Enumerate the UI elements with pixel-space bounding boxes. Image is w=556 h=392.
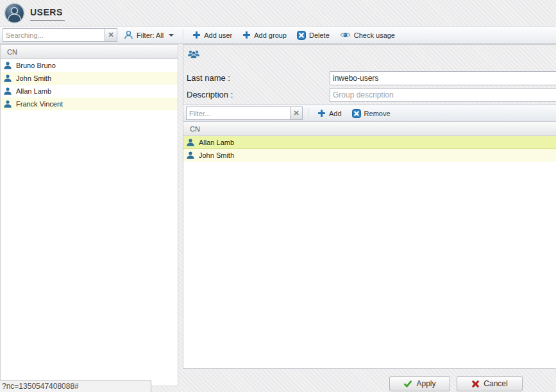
status-text: ?nc=1350547408088# [2, 382, 79, 391]
user-row-label: Bruno Bruno [16, 62, 56, 69]
person-icon [186, 138, 195, 147]
user-row-label: Allan Lamb [16, 87, 51, 95]
user-row-label: John Smith [16, 74, 51, 82]
check-usage-button[interactable]: Check usage [336, 30, 399, 41]
cancel-label: Cancel [484, 379, 507, 388]
users-sphere-icon [4, 3, 25, 24]
member-remove-label: Remove [364, 110, 391, 117]
page-title: USERS [30, 6, 65, 21]
add-user-button[interactable]: Add user [189, 29, 236, 41]
delete-x-icon [297, 31, 306, 40]
member-filter-box: ✕ [186, 107, 303, 120]
description-input[interactable] [330, 88, 556, 102]
remove-x-icon [352, 109, 361, 118]
page-header: USERS [0, 0, 556, 26]
add-user-label: Add user [204, 31, 232, 39]
description-label: Description : [187, 90, 233, 99]
member-remove-button[interactable]: Remove [348, 107, 394, 120]
plus-icon [192, 31, 201, 39]
members-grid-column-header-cn[interactable]: CN [183, 122, 556, 136]
add-group-button[interactable]: Add group [239, 29, 291, 41]
user-row-bruno-bruno[interactable]: Bruno Bruno [1, 59, 178, 72]
filter-person-icon [124, 30, 133, 40]
eye-icon [340, 31, 351, 38]
check-icon [403, 380, 412, 388]
person-icon [3, 99, 12, 108]
plus-icon [317, 109, 326, 117]
search-input[interactable] [3, 28, 105, 42]
members-grid: CN Allan Lamb John Smith [183, 122, 556, 368]
user-row-john-smith[interactable]: John Smith [1, 72, 178, 85]
group-detail-panel: Last name : Description : ✕ Add Remove [183, 44, 556, 369]
last-name-input[interactable] [330, 71, 556, 85]
member-filter-input[interactable] [186, 107, 291, 120]
apply-label: Apply [416, 379, 435, 388]
red-x-icon [471, 380, 480, 388]
apply-button[interactable]: Apply [389, 376, 450, 391]
delete-label: Delete [309, 31, 330, 39]
group-icon [187, 49, 200, 59]
check-usage-label: Check usage [354, 31, 395, 39]
chevron-down-icon [169, 34, 174, 37]
user-row-allan-lamb[interactable]: Allan Lamb [1, 85, 178, 98]
browser-status-bubble: ?nc=1350547408088# [0, 380, 151, 392]
person-icon [186, 151, 195, 160]
delete-button[interactable]: Delete [293, 29, 333, 42]
search-clear-icon[interactable]: ✕ [105, 28, 117, 42]
member-row-label: Allan Lamb [199, 139, 234, 146]
member-row-john-smith[interactable]: John Smith [183, 149, 556, 162]
member-add-label: Add [329, 110, 342, 117]
users-grid-column-header-cn[interactable]: CN [1, 45, 178, 59]
search-box: ✕ [3, 28, 117, 42]
person-icon [3, 61, 12, 70]
user-row-franck-vincent[interactable]: Franck Vincent [1, 98, 178, 110]
member-add-button[interactable]: Add [314, 107, 346, 119]
last-name-label: Last name : [187, 73, 230, 83]
user-row-label: Franck Vincent [16, 100, 63, 108]
person-icon [3, 87, 12, 96]
filter-button[interactable]: Filter: All [120, 28, 178, 42]
group-form: Last name : Description : [183, 45, 556, 105]
toolbar-separator [183, 30, 183, 40]
person-icon [3, 74, 12, 83]
member-row-label: John Smith [199, 151, 234, 159]
toolbar-separator [308, 108, 308, 119]
member-row-allan-lamb[interactable]: Allan Lamb [183, 136, 556, 149]
members-toolbar: ✕ Add Remove [183, 105, 556, 122]
footer-actions: Apply Cancel [389, 376, 523, 391]
cancel-button[interactable]: Cancel [457, 376, 523, 391]
filter-label: Filter: All [137, 31, 164, 39]
filter-clear-icon[interactable]: ✕ [291, 107, 303, 120]
add-group-label: Add group [254, 31, 287, 39]
plus-icon [242, 31, 251, 39]
main-toolbar: ✕ Filter: All Add user Add group D [0, 26, 556, 44]
users-grid-panel: CN Bruno Bruno John Smith Allan Lamb Fra… [0, 44, 178, 386]
